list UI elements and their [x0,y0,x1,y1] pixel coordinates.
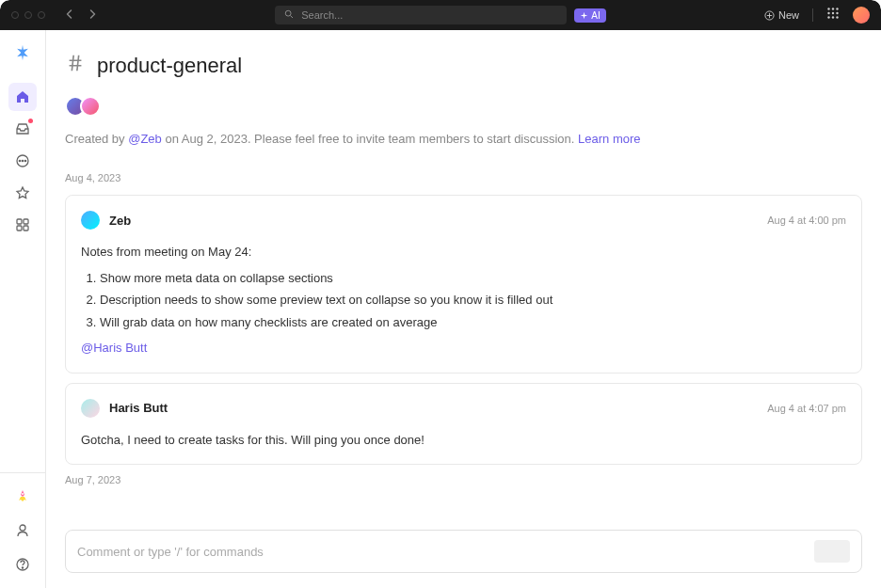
ai-label: AI [591,10,600,21]
svg-point-0 [286,10,292,16]
svg-point-9 [832,16,834,18]
author-name: Zeb [109,214,131,228]
message-body: Gotcha, I need to create tasks for this.… [81,431,846,450]
message-intro: Notes from meeting on May 24: [81,243,846,262]
inbox-icon [15,121,30,136]
nav-back-button[interactable] [64,8,75,23]
svg-rect-18 [24,226,28,230]
author-avatar[interactable] [81,399,100,418]
sidebar-favorites-button[interactable] [8,179,37,207]
svg-point-22 [22,567,23,568]
comment-placeholder: Comment or type '/' for commands [77,545,264,559]
nav-forward-button[interactable] [87,8,98,23]
author-name: Haris Butt [109,401,168,415]
apps-grid-button[interactable] [826,7,840,24]
svg-point-20 [20,525,25,531]
sidebar-help-button[interactable] [8,550,37,579]
svg-rect-16 [24,219,28,224]
ai-button[interactable]: AI [574,8,605,23]
message-header: Zeb Aug 4 at 4:00 pm [81,211,846,230]
rocket-icon [14,488,31,505]
svg-point-19 [22,493,24,495]
channel-info: Created by @Zeb on Aug 2, 2023. Please f… [65,132,862,146]
created-prefix: Created by [65,132,128,146]
svg-point-6 [832,12,834,14]
message-list: Show more meta data on collapse sections… [100,269,846,332]
sidebar-upgrade-button[interactable] [8,483,37,511]
list-item: Description needs to show some preview t… [100,291,846,310]
titlebar-right: New [764,7,870,24]
new-button[interactable]: New [764,9,799,21]
svg-point-5 [827,12,829,14]
svg-point-12 [19,160,20,161]
message-author: Haris Butt [81,399,168,418]
window-controls [11,11,45,19]
channel-header: product-general [65,53,862,79]
comment-input[interactable]: Comment or type '/' for commands [65,530,862,573]
sidebar-bottom [0,472,45,588]
svg-rect-17 [17,226,22,230]
message-author: Zeb [81,211,131,230]
search-placeholder: Search... [301,9,343,21]
date-divider: Aug 7, 2023 [65,474,862,485]
created-by-mention[interactable]: @Zeb [128,132,162,146]
member-avatars[interactable] [65,96,862,117]
member-avatar [80,96,101,117]
maximize-window-button[interactable] [38,11,45,19]
sidebar-home-button[interactable] [8,83,37,111]
sparkle-icon [580,11,588,20]
user-avatar-button[interactable] [853,7,870,24]
send-button[interactable] [814,540,850,563]
svg-point-13 [22,160,23,161]
svg-point-14 [24,160,25,161]
list-item: Show more meta data on collapse sections [100,269,846,288]
hash-icon [65,53,86,79]
search-icon [284,9,294,21]
svg-point-7 [836,12,838,14]
sidebar-inbox-button[interactable] [8,115,37,143]
message-body: Notes from meeting on May 24: Show more … [81,243,846,358]
sidebar [0,30,46,588]
svg-point-3 [832,8,834,9]
channel-name: product-general [97,54,242,78]
close-window-button[interactable] [11,11,19,19]
svg-rect-15 [17,219,22,224]
nav-arrows [64,8,98,23]
sidebar-profile-button[interactable] [8,516,37,545]
message-header: Haris Butt Aug 4 at 4:07 pm [81,399,846,418]
search-input[interactable]: Search... [275,6,567,24]
created-suffix: on Aug 2, 2023. Please feel free to invi… [162,132,578,146]
svg-point-2 [827,8,829,9]
svg-point-8 [827,16,829,18]
minimize-window-button[interactable] [24,11,32,19]
date-divider: Aug 4, 2023 [65,172,862,183]
new-label: New [778,9,799,21]
message-card: Zeb Aug 4 at 4:00 pm Notes from meeting … [65,195,862,373]
sidebar-more-button[interactable] [8,147,37,175]
sidebar-dashboards-button[interactable] [8,211,37,239]
home-icon [15,89,30,104]
titlebar: Search... AI New [0,0,881,30]
main-container: product-general Created by @Zeb on Aug 2… [0,30,881,588]
user-mention[interactable]: @Haris Butt [81,341,147,355]
author-avatar[interactable] [81,211,100,230]
divider [812,8,813,22]
learn-more-link[interactable]: Learn more [578,132,640,146]
plus-circle-icon [764,10,775,21]
svg-point-4 [836,8,838,9]
content-area: product-general Created by @Zeb on Aug 2… [46,30,881,588]
message-card: Haris Butt Aug 4 at 4:07 pm Gotcha, I ne… [65,383,862,466]
app-logo[interactable] [13,43,32,62]
star-icon [15,185,30,200]
grid-icon [15,217,30,232]
notification-dot [28,119,33,123]
svg-point-10 [836,16,838,18]
message-time: Aug 4 at 4:00 pm [767,215,846,226]
search-container: Search... AI [117,6,764,24]
message-time: Aug 4 at 4:07 pm [767,403,846,414]
list-item: Will grab data on how many checklists ar… [100,313,846,332]
person-icon [15,523,30,538]
ellipsis-circle-icon [15,153,30,168]
help-icon [15,557,30,572]
